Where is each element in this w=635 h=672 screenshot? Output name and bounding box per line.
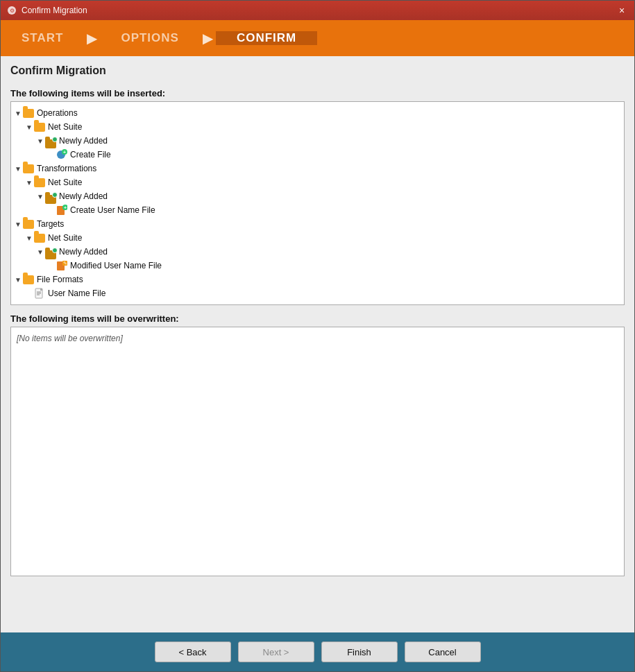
- wizard-step-confirm: CONFIRM: [216, 20, 317, 56]
- next-button[interactable]: Next >: [238, 641, 314, 662]
- title-bar-left: ⚙ Confirm Migration: [6, 5, 87, 16]
- title-bar: ⚙ Confirm Migration ×: [1, 1, 634, 20]
- wizard-step-options: OPTIONS: [100, 20, 200, 56]
- page-title: Confirm Migration: [10, 64, 625, 77]
- row-transformations[interactable]: ▼ Transformations: [14, 162, 621, 175]
- label-create-file: Create File: [70, 150, 111, 160]
- children-tgt-ns-newlyadded: ✎ Modified User Name File: [14, 259, 621, 273]
- main-window: ⚙ Confirm Migration × START ▶ OPTIONS ▶ …: [0, 0, 635, 672]
- cancel-button[interactable]: Cancel: [405, 641, 481, 662]
- folder-icon-tgt-ns-newlyadded: [44, 246, 57, 257]
- row-create-user-name-file[interactable]: + Create User Name File: [14, 203, 621, 217]
- row-operations[interactable]: ▼ Operations: [14, 106, 621, 120]
- label-op-netsuite: Net Suite: [48, 122, 82, 132]
- svg-text:+: +: [64, 205, 67, 210]
- children-op-ns-newlyadded: + Create File: [14, 148, 621, 162]
- back-button[interactable]: < Back: [155, 641, 231, 662]
- folder-icon-transformations: [22, 163, 35, 174]
- folder-icon-tgt-netsuite: [33, 232, 46, 243]
- label-operations: Operations: [37, 108, 78, 118]
- toggle-trans-netsuite[interactable]: ▼: [25, 178, 33, 187]
- app-icon: ⚙: [6, 5, 17, 16]
- folder-icon-operations: [22, 107, 35, 119]
- folder-icon-targets: [22, 218, 35, 230]
- toggle-tgt-ns-newlyadded[interactable]: ▼: [36, 248, 44, 256]
- window-title: Confirm Migration: [22, 6, 87, 15]
- node-trans-netsuite: ▼ Net Suite: [14, 175, 621, 217]
- row-tgt-netsuite[interactable]: ▼ Net Suite: [14, 231, 621, 245]
- no-overwrite-text: [No items will be overwritten]: [17, 334, 123, 343]
- node-tgt-ns-newlyadded: ▼ Newly Added: [14, 245, 621, 273]
- node-file-formats: ▼ File Formats: [14, 273, 621, 300]
- icon-create-user-name-file: +: [56, 205, 68, 216]
- node-operations: ▼ Operations ▼: [14, 106, 621, 162]
- insert-section: The following items will be inserted: ▼ …: [10, 88, 625, 305]
- wizard-header: START ▶ OPTIONS ▶ CONFIRM: [1, 20, 634, 56]
- toggle-create-file: [47, 150, 56, 159]
- folder-icon-op-ns-newlyadded: [44, 135, 57, 146]
- row-modified-user-name-file[interactable]: ✎ Modified User Name File: [14, 259, 621, 273]
- folder-icon-op-netsuite: [33, 121, 46, 132]
- toggle-transformations[interactable]: ▼: [14, 164, 22, 173]
- folder-icon-file-formats: [22, 274, 35, 285]
- label-targets: Targets: [37, 219, 64, 229]
- icon-create-file: +: [56, 149, 68, 160]
- children-transformations: ▼ Net Suite: [14, 175, 621, 217]
- node-op-ns-newlyadded: ▼ Newly Added: [14, 134, 621, 162]
- row-create-file[interactable]: + Create File: [14, 148, 621, 162]
- row-file-formats[interactable]: ▼ File Formats: [14, 273, 621, 286]
- row-tgt-ns-newlyadded[interactable]: ▼ Newly Added: [14, 245, 621, 259]
- row-trans-ns-newlyadded[interactable]: ▼ Newly Added: [14, 189, 621, 203]
- children-tgt-netsuite: ▼ Newly Added: [14, 245, 621, 273]
- svg-text:+: +: [63, 150, 66, 155]
- node-op-netsuite: ▼ Net Suite: [14, 120, 621, 162]
- label-transformations: Transformations: [37, 164, 96, 173]
- row-trans-netsuite[interactable]: ▼ Net Suite: [14, 175, 621, 189]
- row-user-name-file[interactable]: User Name File: [14, 286, 621, 300]
- overwrite-label: The following items will be overwritten:: [10, 313, 625, 324]
- label-file-formats: File Formats: [37, 275, 83, 284]
- folder-icon-trans-ns-newlyadded: [44, 191, 57, 202]
- insert-label: The following items will be inserted:: [10, 88, 625, 98]
- svg-text:⚙: ⚙: [10, 8, 15, 14]
- row-op-netsuite[interactable]: ▼ Net Suite: [14, 120, 621, 134]
- arrow-2: ▶: [200, 30, 216, 46]
- toggle-operations[interactable]: ▼: [14, 109, 22, 117]
- step-start-label: START: [1, 31, 84, 45]
- children-trans-netsuite: ▼ Newly Added: [14, 189, 621, 217]
- toggle-file-formats[interactable]: ▼: [14, 275, 22, 284]
- label-tgt-ns-newlyadded: Newly Added: [59, 247, 108, 257]
- close-button[interactable]: ×: [615, 3, 629, 17]
- main-content: Confirm Migration The following items wi…: [1, 56, 634, 632]
- icon-modified-user-name-file: ✎: [56, 260, 68, 271]
- row-targets[interactable]: ▼ Targets: [14, 217, 621, 231]
- label-tgt-netsuite: Net Suite: [48, 233, 82, 243]
- children-op-netsuite: ▼ Newly Added: [14, 134, 621, 162]
- overwrite-panel: [No items will be overwritten]: [10, 327, 625, 576]
- label-trans-ns-newlyadded: Newly Added: [59, 191, 108, 201]
- node-trans-ns-newlyadded: ▼ Newly Added: [14, 189, 621, 217]
- wizard-step-start: START: [1, 20, 84, 56]
- arrow-1: ▶: [84, 30, 100, 46]
- children-operations: ▼ Net Suite: [14, 120, 621, 162]
- finish-button[interactable]: Finish: [321, 641, 398, 662]
- toggle-tgt-netsuite[interactable]: ▼: [25, 234, 33, 242]
- label-trans-netsuite: Net Suite: [48, 178, 82, 187]
- node-tgt-netsuite: ▼ Net Suite: [14, 231, 621, 273]
- node-transformations: ▼ Transformations ▼: [14, 162, 621, 217]
- label-modified-user-name-file: Modified User Name File: [70, 261, 162, 270]
- toggle-targets[interactable]: ▼: [14, 220, 22, 228]
- toggle-trans-ns-newlyadded[interactable]: ▼: [36, 192, 44, 200]
- step-confirm-label: CONFIRM: [216, 31, 317, 45]
- step-options-label: OPTIONS: [100, 31, 200, 45]
- icon-file-format: [33, 288, 46, 299]
- toggle-op-netsuite[interactable]: ▼: [25, 123, 33, 131]
- footer: < Back Next > Finish Cancel: [1, 632, 634, 671]
- node-targets: ▼ Targets ▼: [14, 217, 621, 273]
- insert-tree-panel: ▼ Operations ▼: [10, 101, 625, 305]
- label-user-name-file: User Name File: [48, 288, 105, 298]
- label-create-user-name-file: Create User Name File: [70, 205, 155, 215]
- svg-text:✎: ✎: [63, 261, 67, 266]
- toggle-op-ns-newlyadded[interactable]: ▼: [36, 137, 44, 145]
- row-op-ns-newlyadded[interactable]: ▼ Newly Added: [14, 134, 621, 148]
